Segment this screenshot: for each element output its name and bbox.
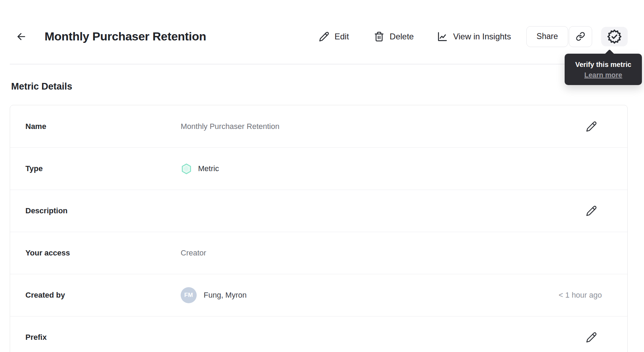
page-title: Monthly Purchaser Retention [45, 30, 206, 43]
view-in-insights-button[interactable]: View in Insights [437, 31, 511, 42]
edit-name-button[interactable] [586, 121, 597, 132]
name-value: Monthly Purchaser Retention [181, 122, 280, 131]
pencil-icon [586, 332, 597, 343]
row-label: Name [25, 122, 181, 131]
detail-row-description: Description [10, 190, 627, 232]
share-button[interactable]: Share [526, 26, 568, 47]
detail-row-type: Type Metric [10, 147, 627, 190]
detail-row-prefix: Prefix [10, 316, 627, 352]
arrow-left-icon [16, 31, 26, 42]
delete-label: Delete [390, 32, 414, 41]
header-actions: Edit Delete View in Insights S [319, 26, 628, 47]
metric-hexagon-icon [181, 163, 192, 175]
learn-more-link[interactable]: Learn more [584, 70, 622, 79]
access-value: Creator [181, 248, 206, 258]
pencil-icon [586, 205, 597, 216]
line-chart-icon [437, 31, 448, 42]
detail-row-name: Name Monthly Purchaser Retention [10, 105, 627, 147]
view-in-insights-label: View in Insights [453, 32, 511, 41]
row-label: Created by [25, 291, 181, 300]
pencil-icon [319, 31, 329, 42]
creator-name: Fung, Myron [204, 291, 247, 300]
detail-row-your-access: Your access Creator [10, 232, 627, 274]
back-button[interactable] [15, 31, 27, 43]
edit-prefix-button[interactable] [586, 331, 597, 343]
header-divider [10, 64, 634, 64]
trash-icon [374, 31, 384, 42]
verified-badge-icon [607, 29, 622, 44]
edit-label: Edit [335, 32, 349, 41]
link-icon [576, 32, 585, 41]
main-content: Metric Details Name Monthly Purchaser Re… [0, 81, 644, 352]
section-title: Metric Details [11, 81, 628, 92]
row-label: Prefix [25, 333, 181, 342]
metric-details-card: Name Monthly Purchaser Retention Type [10, 105, 628, 352]
delete-button[interactable]: Delete [374, 31, 414, 42]
created-timestamp: < 1 hour ago [559, 291, 612, 300]
detail-row-created-by: Created by FM Fung, Myron < 1 hour ago [10, 274, 627, 316]
row-label: Description [25, 206, 181, 215]
verify-metric-button[interactable] [601, 27, 628, 46]
type-label: Metric [198, 164, 219, 173]
edit-description-button[interactable] [586, 205, 597, 217]
verify-tooltip: Verify this metric Learn more [565, 54, 642, 85]
pencil-icon [586, 121, 597, 132]
avatar: FM [181, 287, 197, 303]
copy-link-button[interactable] [569, 26, 592, 47]
edit-button[interactable]: Edit [319, 31, 349, 42]
creator-cell: FM Fung, Myron [181, 287, 247, 303]
share-label: Share [536, 32, 558, 41]
row-label: Type [25, 164, 181, 173]
tooltip-text: Verify this metric [568, 60, 638, 69]
row-label: Your access [25, 248, 181, 258]
type-value: Metric [181, 163, 219, 175]
page-header: Monthly Purchaser Retention Edit Delete [0, 0, 644, 64]
